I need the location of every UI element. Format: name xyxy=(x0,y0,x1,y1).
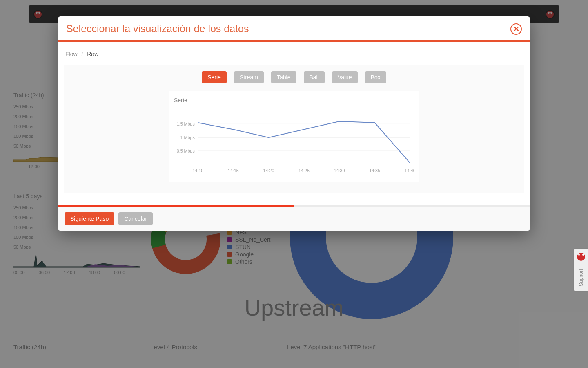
svg-text:14:20: 14:20 xyxy=(263,168,274,173)
chart-preview-card: Serie 0.5 Mbps1 Mbps1.5 Mbps14:1014:1514… xyxy=(169,91,419,182)
next-step-button[interactable]: Siguiente Paso xyxy=(65,212,114,225)
close-button[interactable] xyxy=(510,23,522,35)
viz-tab-ball[interactable]: Ball xyxy=(304,71,325,83)
modal-body: Flow / Raw Serie Stream Table Ball Value… xyxy=(58,42,530,205)
close-icon xyxy=(514,27,519,31)
breadcrumb-item-flow[interactable]: Flow xyxy=(65,51,78,57)
viz-tab-serie[interactable]: Serie xyxy=(202,71,227,83)
series-line-chart: 0.5 Mbps1 Mbps1.5 Mbps14:1014:1514:2014:… xyxy=(174,107,414,176)
svg-text:14:25: 14:25 xyxy=(298,168,310,173)
support-label: Support xyxy=(578,269,584,286)
modal-title: Seleccionar la visualización de los dato… xyxy=(66,23,249,35)
svg-text:1.5 Mbps: 1.5 Mbps xyxy=(177,121,195,126)
viz-tab-box[interactable]: Box xyxy=(365,71,386,83)
svg-text:14:15: 14:15 xyxy=(228,168,239,173)
svg-text:0.5 Mbps: 0.5 Mbps xyxy=(177,148,195,153)
svg-text:1 Mbps: 1 Mbps xyxy=(180,135,195,140)
svg-text:14:40: 14:40 xyxy=(405,168,414,173)
viz-tab-table[interactable]: Table xyxy=(271,71,296,83)
svg-text:14:30: 14:30 xyxy=(334,168,345,173)
breadcrumb: Flow / Raw xyxy=(64,51,524,65)
breadcrumb-item-raw: Raw xyxy=(87,51,98,57)
viz-tab-value[interactable]: Value xyxy=(332,71,358,83)
preview-panel: Serie Stream Table Ball Value Box Serie … xyxy=(64,65,524,193)
breadcrumb-separator: / xyxy=(81,51,83,57)
svg-text:14:35: 14:35 xyxy=(369,168,380,173)
cancel-button[interactable]: Cancelar xyxy=(118,212,153,225)
viz-tabs: Serie Stream Table Ball Value Box xyxy=(64,71,524,83)
modal-progress xyxy=(58,205,530,207)
viz-selection-modal: Seleccionar la visualización de los dato… xyxy=(58,16,530,231)
modal-footer: Siguiente Paso Cancelar xyxy=(58,207,530,231)
svg-text:14:10: 14:10 xyxy=(192,168,203,173)
chart-title: Serie xyxy=(174,97,414,103)
alert-icon xyxy=(577,253,585,261)
modal-header: Seleccionar la visualización de los dato… xyxy=(58,16,530,42)
support-tab[interactable]: Support xyxy=(574,249,588,291)
viz-tab-stream[interactable]: Stream xyxy=(234,71,264,83)
